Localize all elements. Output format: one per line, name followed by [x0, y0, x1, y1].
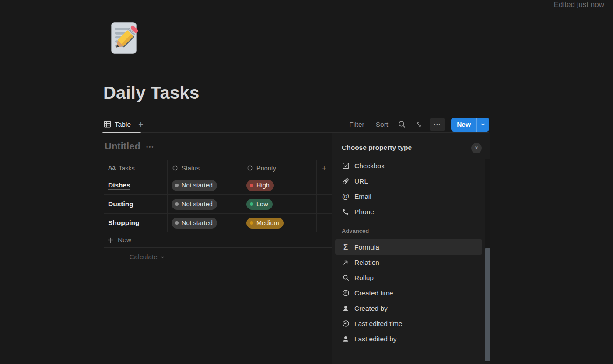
database-toolbar: Filter Sort ••• New — [349, 118, 489, 132]
chevron-down-icon — [160, 254, 165, 260]
table-row: Dishes Not started High — [104, 176, 332, 195]
priority-cell[interactable]: High — [242, 176, 316, 194]
menu-item-formula[interactable]: Σ Formula — [335, 239, 482, 255]
add-view-button[interactable]: + — [138, 120, 144, 129]
checkbox-icon — [342, 162, 350, 170]
view-title[interactable]: Untitled — [105, 141, 140, 152]
status-tag-label: Not started — [182, 219, 213, 226]
menu-item-label: Rollup — [354, 274, 374, 282]
menu-item-url[interactable]: URL — [335, 173, 482, 189]
new-entry-button[interactable]: New — [451, 118, 489, 132]
menu-item-label: Checkbox — [354, 162, 385, 170]
column-header-status[interactable]: Status — [167, 160, 242, 176]
page-title[interactable]: Daily Tasks — [103, 83, 199, 103]
last-edited-time-icon — [342, 320, 350, 327]
row-title-cell[interactable]: Dishes — [104, 176, 167, 194]
menu-item-last-edited-by[interactable]: Last edited by — [335, 331, 482, 347]
column-label: Tasks — [119, 165, 135, 172]
priority-tag[interactable]: High — [246, 180, 274, 191]
status-cell[interactable]: Not started — [167, 176, 242, 194]
new-row-label: New — [118, 236, 131, 244]
view-more-icon[interactable]: ••• — [146, 142, 154, 150]
status-tag-label: Not started — [182, 182, 213, 189]
row-title: Dishes — [108, 181, 130, 189]
status-tag[interactable]: Not started — [172, 218, 217, 229]
menu-item-label: URL — [354, 177, 368, 185]
menu-item-label: Last edited time — [354, 320, 402, 328]
menu-item-checkbox[interactable]: Checkbox — [335, 158, 482, 173]
phone-icon — [342, 208, 349, 215]
priority-cell[interactable]: Medium — [242, 214, 316, 232]
email-icon: @ — [342, 193, 349, 200]
more-options-button[interactable]: ••• — [430, 118, 445, 131]
panel-scrollbar[interactable] — [485, 159, 490, 362]
search-icon — [398, 120, 406, 128]
menu-item-label: Email — [354, 193, 371, 201]
row-title-cell[interactable]: Dusting — [104, 195, 167, 213]
new-entry-label[interactable]: New — [451, 118, 476, 132]
status-tag[interactable]: Not started — [172, 199, 217, 210]
expand-icon — [415, 121, 423, 128]
status-tag[interactable]: Not started — [172, 180, 217, 191]
new-row-button[interactable]: New — [104, 232, 332, 248]
calculate-button[interactable]: Calculate — [104, 253, 167, 261]
scrollbar-thumb[interactable] — [485, 248, 490, 361]
column-header-tasks[interactable]: Aa Tasks — [104, 160, 167, 176]
menu-item-email[interactable]: @ Email — [335, 189, 482, 204]
relation-icon — [342, 259, 349, 266]
status-cell[interactable]: Not started — [167, 195, 242, 213]
expand-button[interactable] — [415, 121, 423, 128]
add-column-button[interactable]: + — [316, 160, 332, 176]
status-property-icon — [172, 165, 179, 171]
view-tab-bar: Table + Filter Sort ••• New — [104, 116, 489, 132]
column-label: Priority — [256, 165, 276, 172]
row-title: Dusting — [108, 200, 133, 208]
page-icon[interactable] — [105, 19, 143, 57]
filter-button[interactable]: Filter — [349, 121, 364, 128]
property-type-panel: Choose property type ✕ Checkbox URL @ Em… — [332, 133, 490, 364]
tab-table[interactable]: Table — [104, 121, 131, 128]
status-cell[interactable]: Not started — [167, 214, 242, 232]
empty-cell[interactable] — [316, 195, 332, 213]
formula-icon: Σ — [343, 243, 348, 251]
more-icon: ••• — [434, 122, 441, 127]
menu-item-rollup[interactable]: Rollup — [335, 270, 482, 285]
menu-item-label: Relation — [354, 259, 379, 267]
row-title-cell[interactable]: Shopping — [104, 214, 167, 232]
created-time-icon — [342, 289, 350, 297]
priority-tag[interactable]: Low — [246, 199, 273, 210]
memo-emoji-icon — [105, 19, 143, 57]
menu-item-created-time[interactable]: Created time — [335, 285, 482, 301]
search-button[interactable] — [398, 120, 406, 128]
menu-item-label: Last edited by — [354, 335, 397, 343]
rollup-icon — [342, 274, 350, 281]
new-entry-dropdown[interactable] — [476, 118, 489, 132]
database-table: Aa Tasks Status — [104, 160, 332, 261]
active-tab-underline — [102, 132, 141, 133]
row-title: Shopping — [108, 219, 139, 227]
status-dot-icon — [175, 184, 179, 187]
empty-cell[interactable] — [316, 214, 332, 232]
table-view-icon — [104, 121, 111, 128]
status-dot-icon — [175, 221, 179, 225]
priority-dot-icon — [250, 221, 253, 225]
column-header-priority[interactable]: Priority — [242, 160, 316, 176]
empty-cell[interactable] — [316, 176, 332, 194]
menu-item-last-edited-time[interactable]: Last edited time — [335, 316, 482, 331]
priority-tag-label: High — [256, 182, 270, 189]
menu-item-relation[interactable]: Relation — [335, 255, 482, 270]
tab-table-label: Table — [115, 121, 131, 128]
sort-button[interactable]: Sort — [376, 121, 388, 128]
priority-tag-label: Medium — [256, 219, 279, 226]
url-icon — [342, 177, 350, 185]
menu-item-phone[interactable]: Phone — [335, 204, 482, 219]
priority-dot-icon — [250, 184, 253, 187]
menu-item-label: Created time — [354, 289, 393, 297]
panel-title: Choose property type — [342, 144, 412, 152]
close-button[interactable]: ✕ — [471, 143, 482, 153]
menu-item-created-by[interactable]: Created by — [335, 301, 482, 316]
priority-cell[interactable]: Low — [242, 195, 316, 213]
advanced-section-label: Advanced — [332, 225, 490, 236]
menu-item-label: Created by — [354, 305, 388, 312]
priority-tag[interactable]: Medium — [246, 218, 284, 229]
